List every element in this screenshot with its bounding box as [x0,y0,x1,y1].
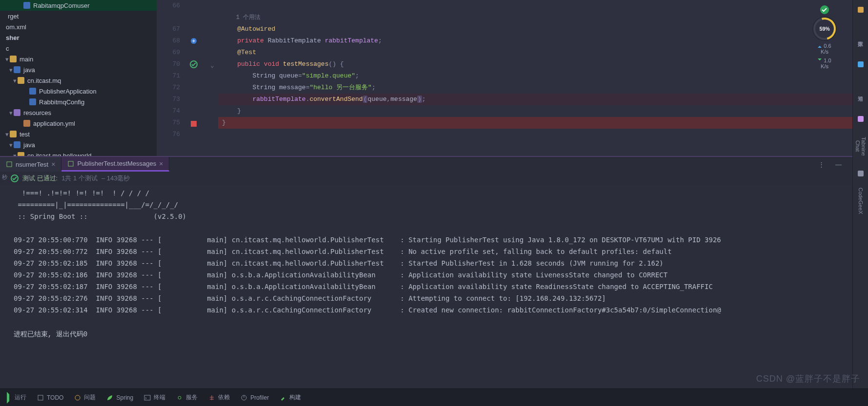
log-lines: 09-27 20:55:00:770 INFO 39268 --- [ main… [14,222,851,316]
chevron-down-icon[interactable]: ▾ [8,66,14,74]
toolbar-todo[interactable]: TODO [37,394,63,401]
run-tab[interactable]: nsumerTest× [0,157,61,172]
toolbar-services[interactable]: 服务 [176,393,198,402]
rail-数据库[interactable]: 数据库 [855,22,867,52]
test-time: – 143毫秒 [101,174,130,183]
code-line[interactable]: @Test [218,47,852,58]
svg-rect-2 [191,121,197,127]
code-line[interactable]: String message="hello 另一台服务"; [218,82,852,94]
tree-item-cn-itcast-mq-helloworld[interactable]: ▾cn.itcast.mq.helloworld [0,150,157,156]
run-tab[interactable]: PublisherTest.testMessages× [61,157,169,172]
tree-item-rabitamqpcomuser[interactable]: RabitamqpComuser [0,0,157,11]
tree-label: application.yml [33,120,75,127]
tree-item-om-xml[interactable]: om.xml [0,21,157,32]
console-output[interactable]: !===! .!=!=! !=! !=! ! / / / / =========… [0,185,852,388]
code-line[interactable]: } [218,105,852,117]
bell-icon[interactable] [855,58,867,71]
toolbar-label: TODO [47,394,63,401]
tree-item-test[interactable]: ▾test [0,129,157,139]
folder-icon [10,56,17,62]
java-icon [14,66,20,73]
rail-codegeex[interactable]: CodeGeeX [855,186,867,215]
chevron-down-icon[interactable]: ▾ [8,109,14,116]
close-icon[interactable]: × [51,160,55,168]
breakpoint-icon[interactable] [190,120,198,128]
chevron-down-icon[interactable]: ▾ [12,152,18,156]
tree-label: PublisherApplication [39,88,97,95]
run-panel-tools[interactable]: ⋮ — [818,157,852,172]
leaf-icon [106,394,113,401]
close-icon[interactable]: × [159,160,163,168]
run-gutter-icon[interactable] [190,60,198,68]
code-line[interactable]: @Autowired [218,23,852,35]
tree-item-publisherapplication[interactable]: PublisherApplication [0,86,157,97]
tree-item-sher[interactable]: sher [0,32,157,43]
tree-label: resources [23,109,51,116]
toolbar-problems[interactable]: 问题 [74,393,96,402]
bottom-toolbar[interactable]: 运行TODO问题Spring终端服务依赖Profiler构建 [0,388,868,406]
implement-icon[interactable] [190,37,198,45]
left-gutter-label: 秒 [2,174,7,181]
code-line[interactable]: String queue="simple.queue"; [218,70,852,82]
tree-item-java[interactable]: ▾java [0,139,157,150]
run-tri-icon [7,394,12,401]
tree-item-c[interactable]: c [0,43,157,54]
tree-item-rabbitmqconfig[interactable]: RabbitmqConfig [0,97,157,107]
toolbar-profiler[interactable]: Profiler [241,394,269,401]
usages-hint[interactable]: 1 个用法 [218,12,852,23]
code-line[interactable] [218,0,852,12]
tree-item-resources[interactable]: ▾resources [0,107,157,118]
download-icon [818,58,822,62]
code-line[interactable]: rabbitTemplate.convertAndSend(queue,mess… [218,94,852,105]
toolbar-terminal[interactable]: 终端 [144,393,165,402]
cls-icon [29,88,36,95]
tree-item-java[interactable]: ▾java [0,64,157,75]
tree-label: main [20,56,33,63]
chevron-down-icon[interactable]: ▾ [4,56,10,63]
toolbar-spring[interactable]: Spring [106,394,133,401]
folder-icon [18,152,24,156]
code-line[interactable] [218,129,852,140]
chevron-down-icon[interactable]: ▾ [8,141,14,149]
tree-item-application-yml[interactable]: application.yml [0,118,157,129]
exit-message: 进程已结束, 退出代码0 [14,329,851,340]
toolbar-label: 运行 [15,393,26,402]
tree-label: c [6,45,9,52]
chevron-down-icon[interactable]: ▾ [4,131,10,138]
tree-item-main[interactable]: ▾main [0,54,157,64]
chevron-down-icon[interactable]: ▾ [12,77,18,84]
toolbar-run[interactable]: 运行 [7,393,26,402]
folder-icon [10,131,17,137]
run-tab-label: nsumerTest [16,161,48,168]
check-circle-icon [11,174,19,182]
cls-icon [29,98,36,105]
toolbar-label: 构建 [289,393,301,402]
database-icon[interactable] [855,3,867,17]
fold-icon[interactable]: ⌄ [210,61,216,67]
tree-item-cn-itcast-mq[interactable]: ▾cn.itcast.mq [0,75,157,86]
ascii-banner: !===! .!=!=! !=! !=! ! / / / / =========… [14,187,851,222]
svg-rect-9 [68,161,73,166]
svg-rect-4 [858,7,864,13]
tree-item-rget[interactable]: rget [0,11,157,21]
minimize-icon[interactable]: — [835,161,842,168]
project-tree[interactable]: RabitamqpComuserrgetom.xmlsherc▾main▾jav… [0,0,157,156]
code-line[interactable]: public void testMessages() { [218,58,852,70]
tree-label: java [23,141,35,149]
svg-rect-7 [858,171,864,176]
toolbar-label: Profiler [250,394,269,401]
code-line[interactable]: private RabbitTemplate rabbitTemplate; [218,35,852,47]
code-line[interactable]: } [218,117,852,129]
code-editor[interactable]: 6667686970717273747576⌄ 1 个用法 @Autowired… [157,0,852,156]
tabnine-icon[interactable] [855,112,867,126]
toolbar-build[interactable]: 构建 [280,393,301,402]
toolbar-deps[interactable]: 依赖 [208,393,230,402]
rail-通知[interactable]: 通知 [855,77,867,106]
right-tool-rail[interactable]: 数据库通知Tabnine ChatCodeGeeX [852,0,868,388]
cfg-icon [23,120,30,127]
codegeex-icon[interactable] [855,167,867,180]
tree-label: rget [8,13,19,20]
res-icon [14,109,20,116]
rail-tabnine chat[interactable]: Tabnine Chat [855,132,867,161]
more-icon[interactable]: ⋮ [818,161,825,168]
